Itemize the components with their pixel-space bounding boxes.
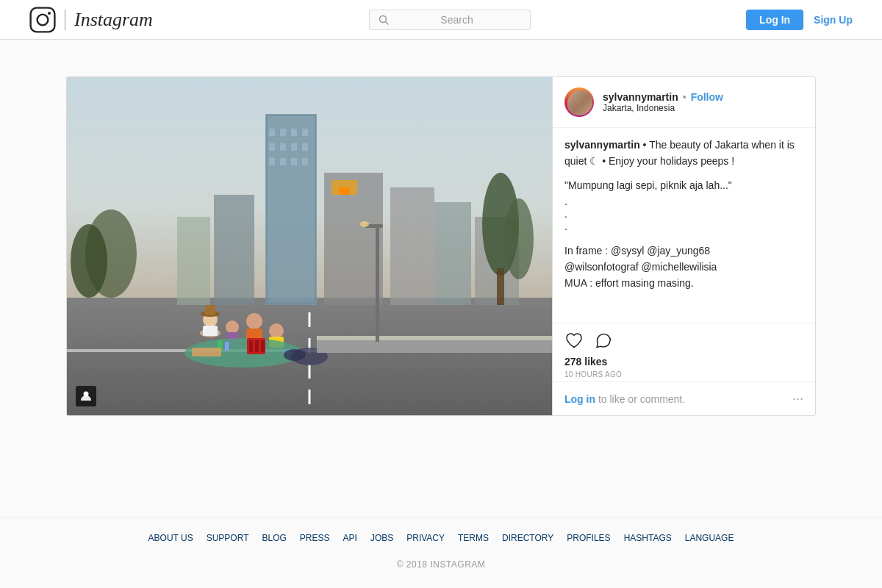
svg-rect-41	[205, 305, 215, 315]
logo-text: Instagram	[74, 9, 153, 31]
post-photo	[67, 77, 552, 415]
login-link[interactable]: Log in	[564, 393, 595, 405]
svg-rect-19	[302, 143, 308, 151]
main-content: sylvannymartin • Follow Jakarta, Indones…	[0, 40, 882, 517]
avatar	[564, 87, 594, 117]
footer-link-directory[interactable]: DIRECTORY	[502, 533, 553, 543]
svg-point-44	[246, 313, 262, 329]
svg-rect-18	[291, 143, 297, 151]
svg-rect-61	[376, 224, 379, 342]
caption-username[interactable]: sylvannymartin	[564, 139, 640, 151]
search-bar[interactable]	[369, 10, 531, 30]
post-login-row: Log in to like or comment. ···	[553, 381, 815, 415]
svg-rect-10	[265, 114, 317, 305]
svg-rect-14	[291, 129, 297, 136]
caption-quote: "Mumpung lagi sepi, piknik aja lah..."	[564, 177, 803, 193]
svg-rect-51	[255, 340, 259, 352]
post-username[interactable]: sylvannymartin	[603, 91, 678, 103]
time-ago: 10 hours ago	[564, 370, 803, 379]
svg-point-34	[71, 224, 107, 298]
more-options-button[interactable]: ···	[792, 391, 803, 406]
svg-rect-0	[31, 7, 55, 32]
svg-rect-39	[203, 326, 218, 336]
svg-point-42	[226, 320, 239, 334]
svg-rect-54	[225, 342, 229, 351]
svg-point-46	[269, 323, 284, 338]
footer-link-terms[interactable]: TERMS	[458, 533, 489, 543]
svg-rect-15	[302, 129, 308, 136]
caption-mentions: In frame : @sysyl @jay_yung68@wilsonfoto…	[564, 243, 803, 292]
footer-link-blog[interactable]: BLOG	[262, 533, 286, 543]
login-prompt: Log in to like or comment.	[564, 393, 685, 405]
footer-link-about-us[interactable]: ABOUT US	[148, 533, 193, 543]
svg-rect-13	[280, 129, 286, 136]
svg-rect-50	[249, 340, 253, 352]
svg-rect-22	[291, 158, 297, 165]
svg-rect-16	[269, 143, 275, 151]
svg-rect-52	[261, 340, 265, 352]
svg-rect-12	[269, 129, 275, 136]
svg-point-2	[48, 11, 51, 14]
svg-rect-23	[302, 158, 308, 165]
svg-rect-20	[269, 158, 275, 165]
caption-dot1: ···	[564, 198, 803, 234]
footer-copyright: © 2018 INSTAGRAM	[397, 559, 486, 570]
login-button[interactable]: Log In	[746, 10, 803, 30]
signup-button[interactable]: Sign Up	[814, 14, 853, 26]
svg-rect-28	[177, 217, 210, 305]
svg-line-4	[385, 21, 388, 24]
post-actions: 278 likes 10 hours ago	[553, 323, 815, 381]
comment-button[interactable]	[594, 331, 613, 350]
footer-link-language[interactable]: LANGUAGE	[685, 533, 734, 543]
svg-rect-60	[317, 336, 552, 340]
footer-link-support[interactable]: SUPPORT	[207, 533, 249, 543]
svg-rect-21	[280, 158, 286, 165]
footer-link-press[interactable]: PRESS	[300, 533, 330, 543]
header-actions: Log In Sign Up	[746, 10, 853, 30]
instagram-camera-icon	[29, 7, 56, 33]
image-user-icon	[76, 386, 96, 406]
svg-rect-55	[192, 348, 221, 356]
post-sidebar: sylvannymartin • Follow Jakarta, Indones…	[552, 77, 815, 415]
post-header: sylvannymartin • Follow Jakarta, Indones…	[553, 77, 815, 128]
username-row: sylvannymartin • Follow	[603, 91, 723, 103]
svg-rect-26	[214, 195, 254, 305]
logo-divider	[65, 10, 65, 30]
svg-rect-25	[390, 187, 434, 305]
footer-link-hashtags[interactable]: HASHTAGS	[624, 533, 672, 543]
post-image	[67, 77, 552, 415]
footer-link-privacy[interactable]: PRIVACY	[406, 533, 445, 543]
comment-icon	[594, 331, 613, 350]
likes-count: 278 likes	[564, 356, 803, 368]
site-footer: ABOUT USSUPPORTBLOGPRESSAPIJOBSPRIVACYTE…	[0, 517, 882, 584]
svg-rect-32	[497, 268, 504, 305]
svg-rect-36	[339, 187, 350, 195]
search-input[interactable]	[393, 14, 521, 26]
heart-icon	[564, 331, 584, 350]
action-icons	[564, 331, 803, 350]
follow-button[interactable]: Follow	[691, 91, 723, 103]
svg-point-31	[504, 198, 534, 279]
footer-bottom: ABOUT USSUPPORTBLOGPRESSAPIJOBSPRIVACYTE…	[44, 533, 838, 570]
post-location: Jakarta, Indonesia	[603, 103, 723, 113]
site-header: Instagram Log In Sign Up	[0, 0, 882, 40]
svg-point-1	[37, 14, 49, 25]
svg-rect-17	[280, 143, 286, 151]
post-container: sylvannymartin • Follow Jakarta, Indones…	[66, 76, 816, 416]
footer-links: ABOUT USSUPPORTBLOGPRESSAPIJOBSPRIVACYTE…	[148, 533, 734, 543]
svg-point-58	[284, 349, 306, 361]
logo-area: Instagram	[29, 7, 153, 33]
footer-link-jobs[interactable]: JOBS	[370, 533, 393, 543]
search-icon	[379, 15, 389, 25]
footer-link-profiles[interactable]: PROFILES	[567, 533, 610, 543]
footer-link-api[interactable]: API	[343, 533, 357, 543]
avatar-image	[567, 90, 594, 117]
user-info: sylvannymartin • Follow Jakarta, Indones…	[603, 91, 723, 113]
like-button[interactable]	[564, 331, 584, 350]
svg-point-63	[360, 221, 369, 227]
login-prompt-rest: to like or comment.	[595, 393, 685, 405]
svg-rect-27	[434, 202, 471, 305]
post-caption: sylvannymartin • The beauty of Jakarta w…	[553, 128, 815, 323]
